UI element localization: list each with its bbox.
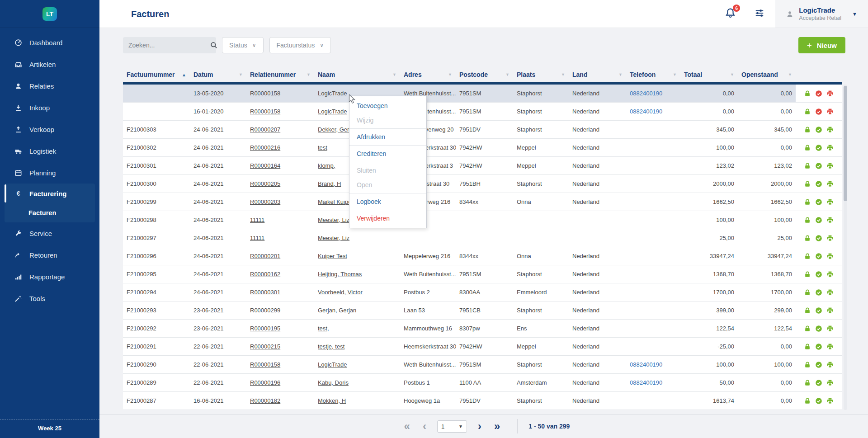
sidebar-item-inkoop[interactable]: Inkoop: [0, 97, 99, 118]
lock-icon[interactable]: [804, 289, 811, 296]
lock-icon[interactable]: [804, 307, 811, 314]
column-header-relatienummer[interactable]: Relatienummer▼: [246, 67, 314, 82]
relatienummer-link[interactable]: R00000301: [250, 289, 280, 296]
check-circle-icon[interactable]: [815, 235, 822, 242]
check-circle-icon[interactable]: [815, 307, 822, 314]
printer-icon[interactable]: [826, 90, 834, 97]
table-row[interactable]: F2100029724-06-202111111Meester, Liz25,0…: [123, 229, 842, 247]
sidebar-item-relaties[interactable]: Relaties: [0, 75, 99, 97]
lock-icon[interactable]: [804, 217, 811, 224]
naam-link[interactable]: Meester, Liz: [318, 217, 349, 223]
relatienummer-link[interactable]: R00000207: [250, 126, 280, 133]
relatienummer-link[interactable]: 11111: [250, 235, 264, 241]
check-circle-icon[interactable]: [815, 217, 822, 224]
column-header-openstaand[interactable]: Openstaand▼: [738, 67, 796, 82]
previous-page-button[interactable]: ‹: [423, 421, 426, 432]
printer-icon[interactable]: [826, 126, 834, 133]
printer-icon[interactable]: [826, 235, 834, 242]
printer-icon[interactable]: [826, 379, 834, 386]
check-circle-icon[interactable]: [815, 361, 822, 368]
relatienummer-link[interactable]: R00000196: [250, 379, 280, 386]
relatienummer-link[interactable]: R00000203: [250, 198, 280, 205]
lock-icon[interactable]: [804, 379, 811, 386]
sidebar-item-artikelen[interactable]: Artikelen: [0, 53, 99, 75]
table-row[interactable]: F2100030024-06-2021R00000205Brand, HKast…: [123, 175, 842, 193]
phone-link[interactable]: 0882400190: [630, 379, 662, 386]
lock-icon[interactable]: [804, 90, 811, 97]
naam-link[interactable]: Gerjan, Gerjan: [318, 307, 356, 314]
relatienummer-link[interactable]: R00000164: [250, 162, 280, 169]
naam-link[interactable]: Kuiper Test: [318, 253, 347, 259]
lock-icon[interactable]: [804, 235, 811, 242]
phone-link[interactable]: 0882400190: [630, 90, 662, 97]
table-row[interactable]: F2100029323-06-2021R00000299Gerjan, Gerj…: [123, 301, 842, 320]
table-row[interactable]: F2100029524-06-2021R00000162Heijting, Th…: [123, 265, 842, 283]
check-circle-icon[interactable]: [815, 144, 822, 151]
filter-icon[interactable]: ▼: [392, 72, 396, 77]
menu-item-afdrukken[interactable]: Afdrukken: [349, 130, 426, 144]
lock-icon[interactable]: [804, 325, 811, 332]
lock-icon[interactable]: [804, 271, 811, 278]
table-row[interactable]: F2100029924-06-2021R00000203Maikel Kuipe…: [123, 193, 842, 211]
filter-icon[interactable]: ▼: [673, 72, 677, 77]
printer-icon[interactable]: [826, 180, 834, 188]
table-row[interactable]: F2100030124-06-2021R00000164klomp,Heemsk…: [123, 157, 842, 175]
naam-link[interactable]: LogicTrade: [318, 90, 347, 97]
column-header-plaats[interactable]: Plaats▼: [513, 67, 569, 82]
filter-icon[interactable]: ▼: [561, 72, 565, 77]
relatienummer-link[interactable]: R00000182: [250, 397, 280, 404]
new-invoice-button[interactable]: + Nieuw: [798, 37, 845, 53]
printer-icon[interactable]: [826, 217, 834, 224]
relatienummer-link[interactable]: R00000201: [250, 253, 280, 259]
naam-link[interactable]: Kabu, Doris: [318, 379, 349, 386]
menu-item-toevoegen[interactable]: Toevoegen: [349, 99, 426, 113]
filter-icon[interactable]: ▼: [618, 72, 623, 77]
column-header-adres[interactable]: Adres▼: [400, 67, 456, 82]
sidebar-item-verkoop[interactable]: Verkoop: [0, 118, 99, 140]
check-circle-icon[interactable]: [815, 271, 822, 278]
next-page-button[interactable]: ›: [478, 421, 481, 432]
printer-icon[interactable]: [826, 144, 834, 151]
last-page-button[interactable]: »: [494, 421, 500, 432]
lock-icon[interactable]: [804, 361, 811, 368]
column-header-totaal[interactable]: Totaal▼: [680, 67, 738, 82]
filter-icon[interactable]: ▼: [239, 72, 243, 77]
naam-link[interactable]: Heijting, Thomas: [318, 271, 362, 278]
sort-ascending-icon[interactable]: ▲: [182, 72, 186, 77]
filter-icon[interactable]: ▼: [730, 72, 734, 77]
search-input[interactable]: [128, 42, 210, 49]
table-row[interactable]: F2100028922-06-2021R00000196Kabu, DorisP…: [123, 374, 842, 392]
check-circle-icon[interactable]: [815, 126, 822, 133]
naam-link[interactable]: Maikel Kuiper: [318, 198, 354, 205]
menu-item-logboek[interactable]: Logboek: [349, 194, 426, 209]
table-row[interactable]: F2100029122-06-2021R00000215testje, test…: [123, 338, 842, 356]
printer-icon[interactable]: [826, 108, 834, 115]
relatienummer-link[interactable]: R00000158: [250, 361, 280, 368]
sidebar-item-retouren[interactable]: Retouren: [0, 244, 99, 266]
vertical-scrollbar[interactable]: [844, 85, 847, 410]
user-menu[interactable]: LogicTrade Acceptatie Retail ▼: [775, 0, 868, 28]
relatienummer-link[interactable]: R00000158: [250, 90, 280, 97]
table-row[interactable]: F2100030324-06-2021R00000207Dekker, Gerc…: [123, 121, 842, 139]
scrollbar-thumb[interactable]: [844, 86, 847, 201]
table-row[interactable]: F2100029022-06-2021R00000158LogicTradeWe…: [123, 356, 842, 374]
check-circle-icon[interactable]: [815, 180, 822, 188]
column-header-telefoon[interactable]: Telefoon▼: [626, 67, 680, 82]
first-page-button[interactable]: «: [404, 421, 410, 432]
naam-link[interactable]: Voorbeeld, Victor: [318, 289, 363, 296]
check-circle-icon[interactable]: [815, 162, 822, 170]
lock-icon[interactable]: [804, 253, 811, 260]
notifications-button[interactable]: 6: [725, 8, 736, 20]
relatienummer-link[interactable]: R00000216: [250, 144, 280, 151]
lock-icon[interactable]: [804, 126, 811, 133]
table-row[interactable]: F2100029223-06-2021R00000195test,Mammout…: [123, 320, 842, 338]
relatienummer-link[interactable]: R00000162: [250, 271, 280, 278]
printer-icon[interactable]: [826, 307, 834, 314]
table-row[interactable]: 16-01-2020R00000158LogicTradeWeth Buiten…: [123, 103, 842, 121]
check-circle-icon[interactable]: [815, 289, 822, 296]
naam-link[interactable]: Brand, H: [318, 180, 341, 187]
lock-icon[interactable]: [804, 198, 811, 206]
printer-icon[interactable]: [826, 343, 834, 350]
filter-icon[interactable]: ▼: [505, 72, 509, 77]
naam-link[interactable]: Mokken, H: [318, 397, 346, 404]
